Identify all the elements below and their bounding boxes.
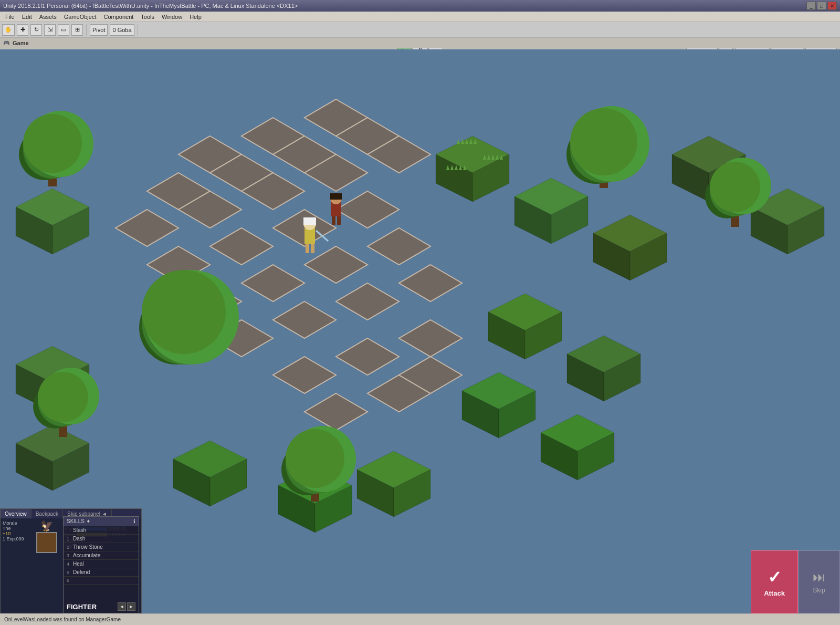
skill-defend[interactable]: 5 Defend — [64, 568, 139, 577]
char-portrait — [36, 532, 57, 553]
skill-throw-stone[interactable]: 2 Throw Stone — [64, 543, 139, 551]
close-button[interactable]: ✕ — [827, 2, 837, 10]
maximize-button[interactable]: □ — [817, 2, 826, 10]
game-panel-label: Game — [13, 40, 29, 46]
title-bar: Unity 2018.2.1f1 Personal (64bit) - !Bat… — [0, 0, 840, 12]
game-icon: 🎮 — [3, 40, 9, 46]
game-panel-header: 🎮 Game — [0, 38, 840, 48]
menu-file[interactable]: File — [2, 13, 18, 21]
attack-label: Attack — [764, 589, 785, 597]
skill-next-btn[interactable]: ► — [127, 602, 135, 611]
skip-icon: ⏭ — [813, 570, 825, 585]
emblem: 🦅 — [36, 520, 57, 531]
tab-overview[interactable]: Overview — [1, 509, 32, 518]
skills-panel: SKILLS ✦ ℹ Slash 1 Dash 2 Throw Stone 3 … — [63, 516, 139, 613]
sep1 — [86, 24, 87, 36]
scale-tool[interactable]: ⇲ — [44, 24, 56, 36]
transform-tool[interactable]: ⊞ — [71, 24, 83, 36]
rect-tool[interactable]: ▭ — [58, 24, 69, 36]
status-bar: OnLevelWasLoaded was found on ManagerGam… — [0, 613, 840, 625]
menu-bar: File Edit Assets GameObject Component To… — [0, 12, 840, 22]
status-text: OnLevelWasLoaded was found on ManagerGam… — [4, 617, 121, 622]
skill-accumulate[interactable]: 3 Accumulate — [64, 551, 139, 560]
game-viewport: Overview Backpack Skip subpanel ◄ Morale… — [0, 49, 840, 613]
minimize-button[interactable]: _ — [806, 2, 816, 10]
skill-prev-btn[interactable]: ◄ — [118, 602, 126, 611]
morale-label: Morale — [3, 520, 34, 526]
exp-label: 1 Exp:099 — [3, 536, 34, 541]
menu-assets[interactable]: Assets — [36, 13, 60, 21]
skills-info-icon[interactable]: ℹ — [133, 518, 135, 524]
toolbar: ✋ ✚ ↻ ⇲ ▭ ⊞ Pivot 0 Goba ▶ ⏸ ⏭ Collab ◄ … — [0, 22, 840, 38]
tab-backpack[interactable]: Backpack — [32, 509, 63, 518]
title-label: The — [3, 526, 34, 531]
rotate-tool[interactable]: ↻ — [30, 24, 42, 36]
skill-slash[interactable]: Slash — [64, 526, 139, 535]
char-meta: Morale The +10 1 Exp:099 — [3, 520, 34, 553]
menu-tools[interactable]: Tools — [138, 13, 158, 21]
skill-dash[interactable]: 1 Dash — [64, 535, 139, 543]
skills-header: SKILLS ✦ ℹ — [64, 517, 139, 526]
class-label: FIGHTER — [67, 603, 97, 611]
window-controls[interactable]: _ □ ✕ — [806, 2, 837, 10]
attack-check-icon: ✓ — [768, 567, 782, 587]
sep2 — [138, 24, 138, 36]
skill-6[interactable]: 6 — [64, 577, 139, 585]
menu-component[interactable]: Component — [100, 13, 136, 21]
morale-value: +10 — [3, 531, 34, 536]
attack-button[interactable]: ✓ Attack — [751, 550, 798, 613]
pivot-button[interactable]: Pivot — [90, 24, 108, 36]
menu-edit[interactable]: Edit — [19, 13, 35, 21]
skill-page-controls: ◄ ► — [118, 602, 135, 611]
skip-label: Skip — [813, 587, 825, 594]
char-portrait-area: 🦅 — [36, 520, 62, 553]
move-tool[interactable]: ✚ — [17, 24, 28, 36]
skip-button[interactable]: ⏭ Skip — [798, 550, 840, 613]
class-row: FIGHTER ◄ ► — [67, 602, 135, 611]
window-title: Unity 2018.2.1f1 Personal (64bit) - !Bat… — [3, 3, 298, 9]
global-button[interactable]: 0 Goba — [110, 24, 134, 36]
skill-heal[interactable]: 4 Heal — [64, 560, 139, 568]
menu-gameobject[interactable]: GameObject — [61, 13, 100, 21]
menu-help[interactable]: Help — [186, 13, 205, 21]
hand-tool[interactable]: ✋ — [2, 24, 15, 36]
menu-window[interactable]: Window — [159, 13, 185, 21]
